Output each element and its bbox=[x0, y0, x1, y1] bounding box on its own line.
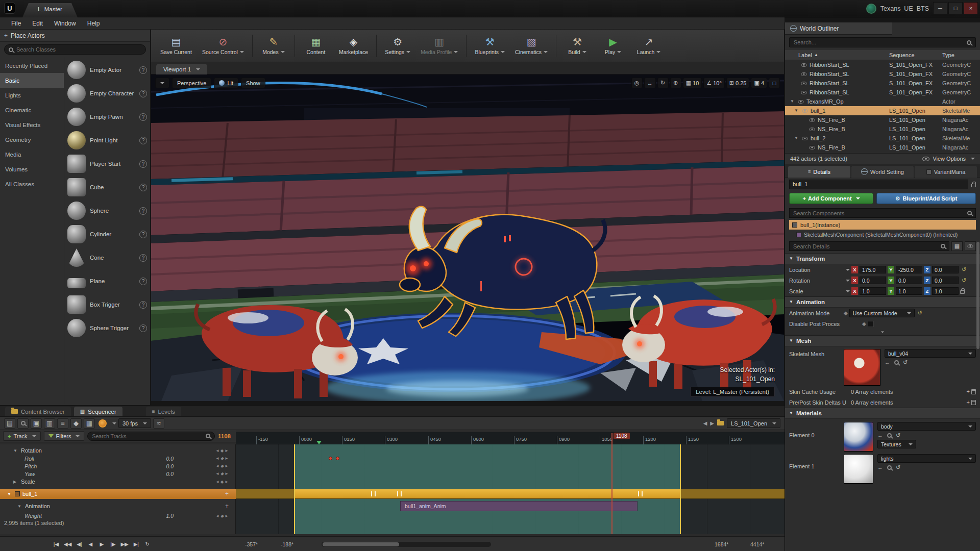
disable-post-process-checkbox[interactable] bbox=[868, 321, 874, 327]
maximize-button[interactable]: □ bbox=[948, 2, 963, 14]
play-forward-button[interactable]: ▶ bbox=[96, 540, 107, 549]
help-icon[interactable]: ? bbox=[139, 66, 147, 74]
help-icon[interactable]: ? bbox=[139, 160, 147, 168]
reset-icon[interactable]: ↺ bbox=[962, 278, 966, 283]
keyframe-dot[interactable] bbox=[329, 457, 332, 460]
marketplace-button[interactable]: ◈Marketplace bbox=[335, 32, 372, 60]
close-button[interactable]: × bbox=[964, 2, 978, 14]
track-roll[interactable]: Roll0.0◄◆► bbox=[0, 455, 236, 462]
category-lights[interactable]: Lights bbox=[0, 88, 64, 103]
outliner-row[interactable]: RibbonStart_SLS_101_Open_FXGeometryC bbox=[785, 79, 980, 88]
display-filter-button[interactable] bbox=[965, 241, 976, 251]
lock-icon[interactable] bbox=[971, 184, 976, 187]
level-tab[interactable]: L_Master bbox=[22, 3, 78, 17]
build-button[interactable]: ⚒Build bbox=[560, 32, 594, 60]
range-out-field[interactable]: 1684* bbox=[715, 541, 728, 547]
play-reverse-button[interactable]: ◀ bbox=[85, 540, 95, 549]
use-selected-icon[interactable]: ← bbox=[885, 360, 890, 365]
category-geometry[interactable]: Geometry bbox=[0, 132, 64, 147]
go-to-end-button[interactable]: ▶| bbox=[131, 540, 141, 549]
material-1-dropdown[interactable]: lights bbox=[877, 454, 976, 463]
actor-item-empty-character[interactable]: Empty Character? bbox=[64, 82, 150, 105]
sequence-breadcrumb[interactable]: LS_101_Open bbox=[727, 418, 780, 428]
help-icon[interactable]: ? bbox=[139, 90, 147, 97]
animation-clip[interactable]: bull1_anim_Anim bbox=[400, 501, 638, 511]
show-dropdown[interactable]: Show bbox=[241, 78, 265, 88]
world-outliner-tab[interactable]: World Outliner bbox=[785, 22, 892, 35]
step-forward-button[interactable]: |▶ bbox=[108, 540, 118, 549]
current-frame-field[interactable]: 1108 bbox=[218, 433, 233, 439]
actor-item-cylinder[interactable]: Cylinder? bbox=[64, 222, 150, 246]
keyframe-mark[interactable] bbox=[375, 491, 376, 496]
menu-edit[interactable]: Edit bbox=[27, 18, 48, 29]
track-bull1[interactable]: ▼bull_1+ bbox=[0, 489, 236, 499]
section-animation[interactable]: ▼Animation bbox=[785, 296, 980, 308]
curve-editor-icon[interactable]: ≈ bbox=[153, 418, 164, 429]
reset-icon[interactable]: ↺ bbox=[903, 360, 908, 365]
search-tracks[interactable] bbox=[87, 432, 215, 441]
range-end-field[interactable]: 4414* bbox=[750, 541, 764, 547]
keyframe-icon[interactable]: ◆ bbox=[862, 321, 866, 327]
add-element-icon[interactable]: + bbox=[967, 399, 970, 405]
animation-mode-dropdown[interactable]: Use Custom Mode bbox=[849, 309, 915, 317]
place-actors-search-input[interactable] bbox=[16, 46, 141, 53]
keyframe-mark[interactable] bbox=[642, 491, 643, 496]
track-animation[interactable]: ▼Animation+ bbox=[0, 501, 236, 511]
add-track-button[interactable]: +Track bbox=[3, 431, 41, 441]
keyframe-options-icon[interactable]: ◆ bbox=[70, 418, 82, 429]
category-all-classes[interactable]: All Classes bbox=[0, 177, 64, 191]
outliner-row[interactable]: ▼TexansMR_OpActor bbox=[785, 97, 980, 106]
section-materials[interactable]: ▼Materials bbox=[785, 408, 980, 419]
outliner-row[interactable]: NS_Fire_BLS_101_OpenNiagaraAc bbox=[785, 115, 980, 124]
category-basic[interactable]: Basic bbox=[0, 73, 64, 88]
viewport-options-dropdown[interactable] bbox=[155, 78, 169, 88]
tab-variant-manager[interactable]: VariantMana bbox=[915, 166, 977, 178]
sequencer-timeline[interactable]: bull1_anim_Anim -150 0000 0150 0300 0450… bbox=[236, 432, 785, 534]
use-selected-icon[interactable]: ← bbox=[877, 465, 883, 470]
search-details[interactable] bbox=[789, 241, 949, 251]
track-pitch[interactable]: Pitch0.0◄◆► bbox=[0, 462, 236, 470]
track-scale[interactable]: ▶Scale◄◆► bbox=[0, 478, 236, 486]
rotate-tool-icon[interactable]: ↻ bbox=[657, 78, 669, 88]
property-matrix-button[interactable]: ▦ bbox=[951, 241, 963, 251]
outliner-row[interactable]: RibbonStart_SLS_101_Open_FXGeometryC bbox=[785, 88, 980, 97]
keyframe-mark[interactable] bbox=[401, 491, 402, 496]
material-0-thumbnail[interactable] bbox=[844, 422, 873, 452]
actor-item-sphere[interactable]: Sphere? bbox=[64, 199, 150, 222]
go-to-front-button[interactable]: |◀ bbox=[51, 540, 61, 549]
blueprint-add-script-button[interactable]: ⚙Blueprint/Add Script bbox=[876, 193, 976, 204]
browse-icon[interactable] bbox=[887, 433, 892, 438]
actor-item-plane[interactable]: Plane? bbox=[64, 269, 150, 293]
lock-icon[interactable] bbox=[960, 290, 965, 294]
actor-item-empty-actor[interactable]: Empty Actor? bbox=[64, 58, 150, 82]
search-components-input[interactable] bbox=[793, 210, 964, 216]
help-icon[interactable]: ? bbox=[139, 324, 147, 332]
rotation-x-field[interactable]: 0.0 bbox=[860, 277, 886, 284]
step-back-button[interactable]: ◀| bbox=[74, 540, 84, 549]
history-forward-icon[interactable]: ▶ bbox=[710, 421, 714, 426]
scale-snap-toggle[interactable]: ⊞0.25 bbox=[726, 78, 750, 88]
category-visual-effects[interactable]: Visual Effects bbox=[0, 117, 64, 132]
playback-start-bracket[interactable] bbox=[294, 444, 295, 534]
help-icon[interactable]: ? bbox=[139, 301, 147, 309]
location-x-field[interactable]: 175.0 bbox=[860, 266, 886, 273]
snapping-icon[interactable]: ▦ bbox=[84, 418, 95, 429]
trash-icon[interactable] bbox=[971, 400, 976, 405]
outliner-row[interactable]: RibbonStart_SLS_101_Open_FXGeometryC bbox=[785, 69, 980, 79]
help-icon[interactable]: ? bbox=[139, 231, 147, 238]
help-icon[interactable]: ? bbox=[139, 254, 147, 262]
column-label[interactable]: Label▲ bbox=[798, 52, 889, 58]
actor-item-empty-pawn[interactable]: Empty Pawn? bbox=[64, 105, 150, 129]
blueprints-button[interactable]: ⚒Blueprints bbox=[471, 32, 509, 60]
rotation-y-field[interactable]: 0.0 bbox=[896, 277, 922, 284]
reset-icon[interactable]: ↺ bbox=[896, 465, 900, 470]
category-volumes[interactable]: Volumes bbox=[0, 162, 64, 177]
content-button[interactable]: ▦Content bbox=[299, 32, 333, 60]
modes-button[interactable]: ✎Modes bbox=[257, 32, 290, 60]
find-in-content-icon[interactable] bbox=[17, 418, 29, 429]
cinematics-button[interactable]: ▧Cinematics bbox=[511, 32, 552, 60]
playback-end-bracket[interactable] bbox=[680, 444, 681, 534]
actor-item-cube[interactable]: Cube? bbox=[64, 176, 150, 199]
tab-sequencer[interactable]: ▥Sequencer bbox=[74, 407, 122, 416]
outliner-search-input[interactable] bbox=[794, 39, 964, 45]
